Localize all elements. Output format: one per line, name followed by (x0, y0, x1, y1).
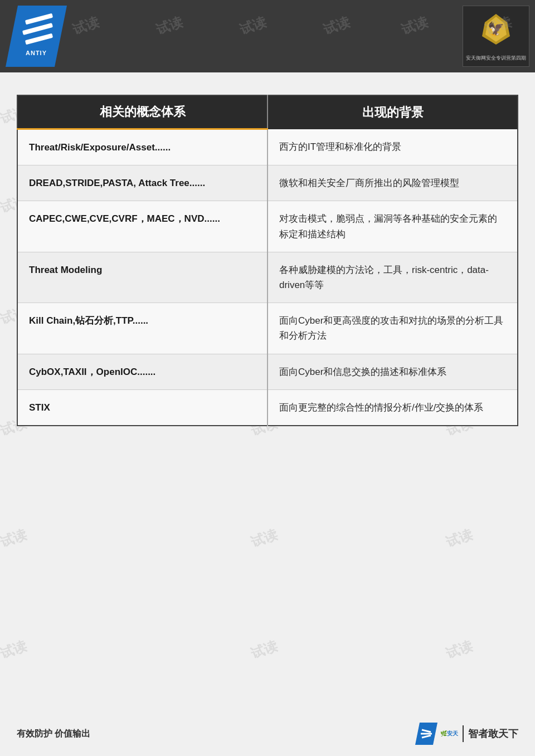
footer-right: 🌿安天 智者敢天下 (415, 723, 518, 745)
svg-line-3 (422, 730, 431, 732)
logo-line-3 (25, 33, 53, 45)
footer-logo-icon (415, 723, 437, 745)
table-cell-concept-2: CAPEC,CWE,CVE,CVRF，MAEC，NVD...... (17, 201, 268, 252)
table-cell-background-1: 微软和相关安全厂商所推出的风险管理模型 (268, 165, 518, 201)
footer-divider (463, 725, 464, 742)
logo-lines (20, 17, 53, 47)
table-cell-concept-3: Threat Modeling (17, 252, 268, 303)
watermark-26: 试读 (444, 637, 475, 662)
main-table: 相关的概念体系 出现的背景 Threat/Risk/Exposure/Asset… (17, 95, 518, 426)
table-row: Kill Chain,钻石分析,TTP......面向Cyber和更高强度的攻击… (17, 303, 518, 354)
table-header-row: 相关的概念体系 出现的背景 (17, 95, 518, 129)
table-cell-background-3: 各种威胁建模的方法论，工具，risk-centric，data-driven等等 (268, 252, 518, 303)
table-row: Threat/Risk/Exposure/Asset......西方的IT管理和… (17, 129, 518, 165)
footer-logo: 🌿安天 (415, 723, 458, 745)
logo: ANTIY (6, 6, 67, 67)
header-right-logo: 🦅 安天御网安全专训营第四期 (463, 6, 529, 67)
header-col2: 出现的背景 (268, 95, 518, 129)
watermark-15: 试读 (0, 525, 29, 551)
table-cell-concept-1: DREAD,STRIDE,PASTA, Attack Tree...... (17, 165, 268, 201)
footer-tagline: 智者敢天下 (468, 727, 518, 740)
logo-text: ANTIY (26, 50, 47, 56)
footer-antiy-label: 🌿安天 (440, 730, 458, 738)
main-content: 相关的概念体系 出现的背景 Threat/Risk/Exposure/Asset… (0, 72, 535, 437)
table-row: DREAD,STRIDE,PASTA, Attack Tree......微软和… (17, 165, 518, 201)
footer-left-text: 有效防护 价值输出 (17, 728, 90, 740)
table-cell-concept-0: Threat/Risk/Exposure/Asset...... (17, 129, 268, 165)
watermark-25: 试读 (444, 525, 475, 551)
header-right-subtitle: 安天御网安全专训营第四期 (466, 55, 526, 62)
table-cell-background-4: 面向Cyber和更高强度的攻击和对抗的场景的分析工具和分析方法 (268, 303, 518, 354)
table-cell-background-2: 对攻击模式，脆弱点，漏洞等各种基础的安全元素的标定和描述结构 (268, 201, 518, 252)
header-right-icon: 🦅 (476, 11, 515, 52)
watermark-16: 试读 (0, 637, 29, 662)
table-cell-concept-4: Kill Chain,钻石分析,TTP...... (17, 303, 268, 354)
header-col1: 相关的概念体系 (17, 95, 268, 129)
table-row: CAPEC,CWE,CVE,CVRF，MAEC，NVD......对攻击模式，脆… (17, 201, 518, 252)
table-row: STIX面向更完整的综合性的情报分析/作业/交换的体系 (17, 389, 518, 426)
table-cell-concept-5: CybOX,TAXII，OpenIOC....... (17, 354, 268, 389)
header: ANTIY 🦅 安天御网安全专训营第四期 (0, 0, 535, 72)
svg-text:🦅: 🦅 (488, 21, 504, 37)
table-row: Threat Modeling各种威胁建模的方法论，工具，risk-centri… (17, 252, 518, 303)
watermark-20: 试读 (249, 525, 280, 551)
table-row: CybOX,TAXII，OpenIOC.......面向Cyber和信息交换的描… (17, 354, 518, 389)
watermark-21: 试读 (249, 637, 280, 662)
logo-line-1 (25, 13, 53, 25)
table-cell-concept-6: STIX (17, 389, 268, 426)
table-cell-background-0: 西方的IT管理和标准化的背景 (268, 129, 518, 165)
table-cell-background-6: 面向更完整的综合性的情报分析/作业/交换的体系 (268, 389, 518, 426)
footer: 有效防护 价值输出 🌿安天 智者敢天下 (0, 723, 535, 745)
table-cell-background-5: 面向Cyber和信息交换的描述和标准体系 (268, 354, 518, 389)
svg-line-5 (422, 735, 431, 738)
